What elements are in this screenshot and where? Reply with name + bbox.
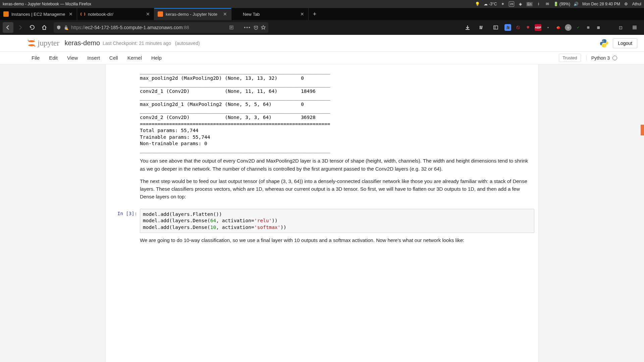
mail-icon[interactable]: ✉ bbox=[545, 1, 550, 7]
jupyter-menubar: File Edit View Insert Cell Kernel Help T… bbox=[0, 52, 644, 64]
url-text: https://ec2-54-172-185-5.compute-1.amazo… bbox=[71, 25, 226, 30]
bulb-icon[interactable]: 💡 bbox=[475, 1, 480, 7]
model-summary-output: ________________________________________… bbox=[140, 68, 534, 77]
jupyter-header: jupyter keras-demo Last Checkpoint: 21 m… bbox=[0, 35, 644, 52]
browser-tab-active[interactable]: keras-demo - Jupyter Note ✕ bbox=[154, 8, 231, 20]
sidebar-button[interactable] bbox=[490, 22, 501, 33]
window-title: keras-demo - Jupyter Notebook — Mozilla … bbox=[3, 2, 91, 6]
svg-rect-9 bbox=[494, 26, 498, 29]
python-logo-icon bbox=[599, 39, 609, 48]
language-indicator[interactable]: En bbox=[526, 2, 532, 6]
wifi-icon[interactable]: ◈ bbox=[518, 1, 523, 7]
bookmark-star-icon[interactable] bbox=[261, 25, 266, 30]
browser-tab[interactable]: notebook-dir/ ✕ bbox=[77, 8, 154, 20]
menu-file[interactable]: File bbox=[27, 52, 44, 63]
clock[interactable]: Mon Dec 28 9:40 PM bbox=[582, 2, 620, 6]
weather-indicator[interactable]: ☁ -3°C bbox=[484, 2, 497, 6]
kernel-status-icon bbox=[612, 56, 617, 60]
tab-title: New Tab bbox=[243, 12, 298, 17]
calendar-icon[interactable]: 28 bbox=[509, 1, 514, 7]
zoom-ext-icon[interactable]: 🎥 bbox=[504, 24, 511, 31]
close-icon[interactable]: ✕ bbox=[222, 11, 228, 17]
gear-icon[interactable]: ⚙ bbox=[624, 1, 629, 7]
battery-indicator[interactable]: 🔋 (99%) bbox=[553, 2, 570, 6]
jupyter-favicon-icon bbox=[80, 12, 85, 16]
close-icon[interactable]: ✕ bbox=[145, 11, 151, 17]
downloads-button[interactable] bbox=[462, 22, 473, 33]
pocket-icon[interactable] bbox=[254, 25, 258, 30]
forward-button bbox=[15, 22, 25, 33]
browser-tab[interactable]: Instances | EC2 Manageme ✕ bbox=[0, 8, 77, 20]
svg-rect-6 bbox=[480, 26, 480, 29]
tab-title: notebook-dir/ bbox=[88, 12, 144, 17]
back-button[interactable] bbox=[3, 22, 13, 33]
notebook-container: ________________________________________… bbox=[106, 64, 538, 77]
aws-favicon-icon bbox=[3, 11, 9, 17]
kernel-indicator[interactable]: Python 3 bbox=[586, 55, 617, 61]
new-tab-button[interactable]: + bbox=[309, 8, 321, 20]
blank-favicon-icon bbox=[235, 11, 240, 17]
trusted-indicator[interactable]: Trusted bbox=[559, 54, 581, 62]
menu-button[interactable] bbox=[629, 22, 640, 33]
svg-rect-8 bbox=[481, 26, 483, 29]
profile-ext-icon[interactable]: ☺ bbox=[565, 24, 572, 31]
url-bar[interactable]: https://ec2-54-172-185-5.compute-1.amazo… bbox=[54, 22, 268, 33]
bluetooth-icon[interactable]: ᚼ bbox=[536, 1, 541, 7]
output-cell: ________________________________________… bbox=[110, 67, 534, 77]
user-name[interactable]: Athul bbox=[632, 2, 641, 6]
close-icon[interactable]: ✕ bbox=[68, 11, 73, 17]
tab-title: Instances | EC2 Manageme bbox=[11, 12, 67, 17]
output-prompt bbox=[110, 68, 140, 77]
grid-ext-icon[interactable]: ⊞ bbox=[585, 24, 592, 31]
shield-icon[interactable] bbox=[56, 25, 61, 30]
notebook-name[interactable]: keras-demo bbox=[64, 39, 100, 47]
dropbox-icon[interactable]: ✶ bbox=[500, 1, 505, 7]
menu-cell[interactable]: Cell bbox=[105, 52, 123, 63]
svg-rect-7 bbox=[481, 26, 481, 29]
ext-icon-1[interactable]: ● bbox=[545, 24, 551, 31]
close-icon[interactable]: ✕ bbox=[300, 11, 305, 17]
notebook-scroll-area[interactable]: ________________________________________… bbox=[0, 64, 644, 77]
library-button[interactable] bbox=[476, 22, 487, 33]
lock-warning-icon[interactable] bbox=[64, 25, 68, 30]
notebook-favicon-icon bbox=[158, 11, 163, 17]
ublock-ext-icon[interactable]: ⛊ bbox=[525, 24, 531, 31]
jupyter-brand[interactable]: jupyter bbox=[38, 39, 59, 48]
svg-point-15 bbox=[28, 44, 35, 46]
browser-tab-bar: Instances | EC2 Manageme ✕ notebook-dir/… bbox=[0, 8, 644, 20]
svg-point-14 bbox=[28, 40, 35, 42]
extensions-button[interactable]: ⊡ bbox=[615, 22, 626, 33]
menu-edit[interactable]: Edit bbox=[44, 52, 62, 63]
menu-kernel[interactable]: Kernel bbox=[123, 52, 147, 63]
menu-view[interactable]: View bbox=[62, 52, 83, 63]
page-actions-icon[interactable]: ••• bbox=[244, 25, 251, 30]
jupyter-logo-icon[interactable] bbox=[27, 39, 36, 48]
book-ext-icon[interactable]: ▥ bbox=[595, 24, 602, 31]
svg-point-20 bbox=[605, 46, 605, 47]
tomato-ext-icon[interactable]: 🍅 bbox=[555, 24, 561, 31]
shield-ext-icon[interactable]: ✓ bbox=[575, 24, 582, 31]
svg-point-19 bbox=[603, 40, 603, 41]
tab-title: keras-demo - Jupyter Note bbox=[166, 12, 221, 17]
reader-icon[interactable] bbox=[229, 25, 234, 30]
svg-point-18 bbox=[34, 40, 35, 40]
checkpoint-text: Last Checkpoint: 21 minutes ago (autosav… bbox=[103, 41, 200, 46]
logout-button[interactable]: Logout bbox=[613, 38, 637, 48]
reload-button[interactable] bbox=[27, 22, 38, 33]
noscript-ext-icon[interactable]: 🚫 bbox=[515, 24, 521, 31]
svg-point-17 bbox=[35, 46, 36, 47]
volume-icon[interactable]: 🔊 bbox=[574, 1, 579, 7]
browser-nav-bar: https://ec2-54-172-185-5.compute-1.amazo… bbox=[0, 20, 644, 35]
browser-tab[interactable]: New Tab ✕ bbox=[231, 8, 309, 20]
menu-help[interactable]: Help bbox=[147, 52, 166, 63]
menu-insert[interactable]: Insert bbox=[83, 52, 105, 63]
svg-point-16 bbox=[28, 40, 29, 41]
abp-ext-icon[interactable]: ABP bbox=[535, 24, 541, 31]
home-button[interactable] bbox=[39, 22, 50, 33]
system-bar: keras-demo - Jupyter Notebook — Mozilla … bbox=[0, 0, 644, 8]
